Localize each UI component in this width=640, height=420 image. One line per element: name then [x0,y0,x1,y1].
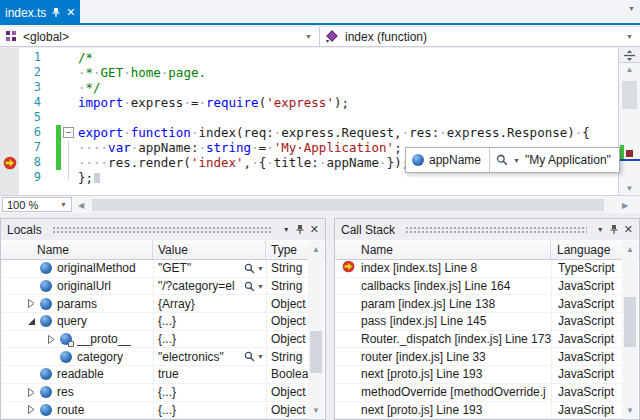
window-menu-icon[interactable]: ▼ [283,226,290,233]
name-cell: category [1,348,153,365]
callstack-row[interactable]: next [proto.js] Line 193 JavaScript [335,366,622,384]
scroll-right-icon[interactable]: ▶ [622,201,634,210]
expander-icon[interactable] [25,388,38,397]
magnifier-button[interactable]: ▼ [244,281,266,292]
collapse-box-icon[interactable]: − [63,127,74,138]
visualizer-dropdown-icon[interactable]: ▼ [257,265,264,272]
locals-row[interactable]: __proto__ {...} Object [1,331,308,349]
document-tab[interactable]: index.ts ✕ [0,0,80,25]
locals-title-bar[interactable]: Locals ▼ ✕ [1,219,325,240]
callstack-row[interactable]: param [index.js] Line 138 JavaScript [335,295,622,313]
locals-row[interactable]: readable true Boolean [1,366,308,384]
name-cell: res [1,384,153,401]
expander-icon[interactable] [25,405,38,414]
expander-icon[interactable] [25,317,38,326]
code-token: GET [101,65,124,80]
locals-row[interactable]: route {...} Object [1,402,308,420]
callstack-row[interactable]: index [index.ts] Line 8 TypeScript [335,260,622,278]
locals-row[interactable]: params {Array} Object [1,295,308,313]
chevron-down-icon[interactable]: ▼ [305,33,312,40]
locals-row[interactable]: query {...} Object [1,313,308,331]
callstack-scrollbar[interactable]: ▲ ▼ [622,241,638,418]
breakpoint-current-statement-icon[interactable] [3,156,17,173]
pin-icon[interactable] [609,224,619,235]
callstack-row[interactable]: methodOverride [methodOverride.j JavaScr… [335,384,622,402]
locals-row[interactable]: res {...} Object [1,384,308,402]
horizontal-scrollbar-thumb[interactable] [92,199,604,211]
visualizer-dropdown-icon[interactable]: ▼ [513,157,520,164]
tab-overflow-icon[interactable]: ▼ [628,5,635,12]
line-number[interactable]: 2 [0,65,47,80]
locals-scrollbar[interactable]: ▲ ▼ [308,241,324,418]
member-dropdown[interactable]: ▾ index (function) ▼ [320,27,640,46]
scroll-down-icon[interactable]: ▼ [622,406,638,415]
chevron-down-icon[interactable]: ▼ [60,201,67,208]
callstack-row[interactable]: callbacks [index.js] Line 164 JavaScript [335,278,622,296]
scrollbar-thumb[interactable] [310,331,322,373]
visualizer-dropdown-icon[interactable]: ▼ [257,283,264,290]
code-token: · [123,125,131,140]
close-icon[interactable]: ✕ [624,224,633,235]
column-header-name[interactable]: Name [1,240,153,259]
pin-icon[interactable] [51,7,61,18]
line-number[interactable]: 3 [0,80,47,95]
zoom-dropdown[interactable]: 100 % ▼ [2,197,72,212]
code-editor[interactable]: 1 /* 2 ·*·GET·home·page. 3 ·*/ 4 import·… [0,48,640,195]
scrollbar-thumb[interactable] [624,297,636,347]
scroll-up-icon[interactable]: ▲ [619,65,640,74]
variable-icon [412,154,424,166]
line-number[interactable]: 5 [0,110,47,125]
chevron-down-icon[interactable]: ▼ [626,33,633,40]
magnifier-button[interactable]: ▼ [244,351,266,362]
splitter-handle-icon[interactable] [619,48,640,63]
expander-icon[interactable] [25,299,38,308]
callstack-row[interactable]: pass [index.js] Line 145 JavaScript [335,313,622,331]
magnifier-button[interactable]: ▼ [244,263,266,274]
line-number[interactable]: 7 [0,140,47,155]
variable-icon [40,386,52,398]
window-menu-icon[interactable]: ▼ [597,226,604,233]
callstack-row[interactable]: next [proto.js] Line 193 JavaScript [335,402,622,420]
scroll-up-icon[interactable]: ▲ [622,245,638,254]
scroll-down-icon[interactable]: ▼ [619,184,640,193]
locals-row[interactable]: originalMethod "GET" ▼ String [1,260,308,278]
editor-vertical-scrollbar[interactable]: ▲ ▼ [618,48,640,195]
callstack-row[interactable]: router [index.js] Line 33 JavaScript [335,348,622,366]
line-number[interactable]: 1 [0,50,47,65]
datatip-name-cell[interactable]: appName [406,148,489,172]
code-token: title: [274,155,319,170]
datatip-value-cell[interactable]: ▼ "My Application" [489,148,619,172]
callstack-row[interactable]: Router._dispatch [index.js] Line 173 Jav… [335,331,622,349]
drag-grip[interactable] [405,226,587,233]
code-line[interactable]: 6 − export·function·index(req:·express.R… [0,125,615,140]
column-header-value[interactable]: Value [153,240,266,259]
scroll-left-icon[interactable]: ◀ [78,201,90,210]
column-header-name[interactable]: Name [335,240,551,259]
callstack-title-bar[interactable]: Call Stack ▼ ✕ [335,219,639,240]
line-number[interactable]: 4 [0,95,47,110]
close-icon[interactable]: ✕ [66,6,75,19]
code-line[interactable]: 3 ·*/ [0,80,615,95]
line-number[interactable]: 6 [0,125,47,140]
eof-marker [94,173,100,183]
code-line[interactable]: 2 ·*·GET·home·page. [0,65,615,80]
close-icon[interactable]: ✕ [310,224,319,235]
scrollbar-thumb[interactable] [622,81,637,109]
code-line[interactable]: 1 /* [0,50,615,65]
variable-type: String [266,260,308,277]
frame-language: TypeScript [551,260,622,277]
visualizer-dropdown-icon[interactable]: ▼ [257,353,264,360]
scroll-down-icon[interactable]: ▼ [308,406,324,415]
drag-grip[interactable] [52,226,273,233]
code-line[interactable]: 4 import·express·=·require('express'); [0,95,615,110]
locals-row[interactable]: category "electronics" ▼ String [1,348,308,366]
expander-icon[interactable] [45,335,58,344]
variable-icon [60,333,72,345]
scope-dropdown[interactable]: <global> ▼ [0,27,320,46]
scroll-up-icon[interactable]: ▲ [308,245,324,254]
magnifier-icon[interactable] [496,154,508,166]
code-token: · [198,140,206,155]
pin-icon[interactable] [295,224,305,235]
locals-row[interactable]: originalUrl "/?category=el ▼ String [1,278,308,296]
code-line[interactable]: 5 [0,110,615,125]
